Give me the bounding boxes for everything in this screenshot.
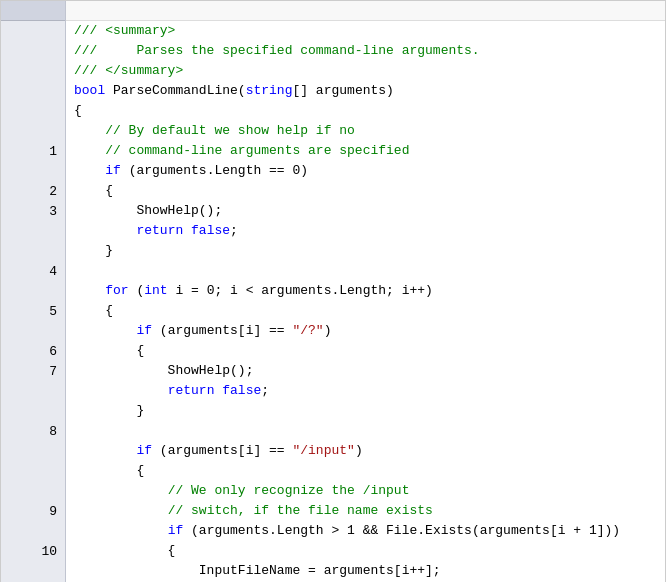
line-number-row <box>1 241 65 261</box>
line-number-row <box>1 221 65 241</box>
code-header <box>66 1 665 21</box>
line-number-row <box>1 401 65 421</box>
line-number-row: 10 <box>1 541 65 561</box>
line-number-row: 5 <box>1 301 65 321</box>
code-line: if (arguments[i] == "/?") <box>66 321 665 341</box>
line-number-row <box>1 481 65 501</box>
line-number-row <box>1 101 65 121</box>
line-number-row <box>1 21 65 41</box>
line-number: 1 <box>49 144 57 159</box>
line-number-row: 7 <box>1 361 65 381</box>
code-line: { <box>66 461 665 481</box>
line-number: 7 <box>49 364 57 379</box>
code-line: // command-line arguments are specified <box>66 141 665 161</box>
gutter-header <box>1 1 65 21</box>
code-line: bool ParseCommandLine(string[] arguments… <box>66 81 665 101</box>
code-line: if (arguments[i] == "/input") <box>66 441 665 461</box>
code-line <box>66 261 665 281</box>
line-number-row <box>1 461 65 481</box>
code-line: return false; <box>66 381 665 401</box>
line-number-row <box>1 321 65 341</box>
line-number-row: 9 <box>1 501 65 521</box>
line-number-row <box>1 41 65 61</box>
code-line: InputFileName = arguments[i++]; <box>66 561 665 581</box>
line-number: 8 <box>49 424 57 439</box>
code-line: ShowHelp(); <box>66 201 665 221</box>
code-line: { <box>66 541 665 561</box>
line-number: 3 <box>49 204 57 219</box>
line-number: 10 <box>41 544 57 559</box>
code-line: } <box>66 241 665 261</box>
line-number-row <box>1 381 65 401</box>
code-line: /// Parses the specified command-line ar… <box>66 41 665 61</box>
line-number-row: 8 <box>1 421 65 441</box>
code-line: ShowHelp(); <box>66 361 665 381</box>
line-number: 9 <box>49 504 57 519</box>
line-number-row <box>1 121 65 141</box>
code-line: // We only recognize the /input <box>66 481 665 501</box>
code-line: // switch, if the file name exists <box>66 501 665 521</box>
code-line: // By default we show help if no <box>66 121 665 141</box>
code-line: { <box>66 341 665 361</box>
code-line: { <box>66 101 665 121</box>
line-number-row: 2 <box>1 181 65 201</box>
line-number-row: 3 <box>1 201 65 221</box>
line-number-row: 4 <box>1 261 65 281</box>
line-number-row <box>1 161 65 181</box>
line-number: 5 <box>49 304 57 319</box>
code-line: if (arguments.Length == 0) <box>66 161 665 181</box>
line-number-row: 6 <box>1 341 65 361</box>
line-number-row <box>1 61 65 81</box>
line-number-row: 1 <box>1 141 65 161</box>
line-number-row <box>1 81 65 101</box>
code-line <box>66 421 665 441</box>
line-number-row <box>1 441 65 461</box>
line-number-row <box>1 521 65 541</box>
code-line: { <box>66 301 665 321</box>
code-line: { <box>66 181 665 201</box>
code-area[interactable]: /// <summary>/// Parses the specified co… <box>66 1 665 582</box>
gutter-lines-container: 1234567891011 <box>1 21 65 582</box>
code-lines-container: /// <summary>/// Parses the specified co… <box>66 21 665 582</box>
code-line: /// <summary> <box>66 21 665 41</box>
line-number-row <box>1 281 65 301</box>
code-line: if (arguments.Length > 1 && File.Exists(… <box>66 521 665 541</box>
editor-container: 1234567891011 /// <summary>/// Parses th… <box>0 0 666 582</box>
line-number-row <box>1 561 65 581</box>
line-number: 6 <box>49 344 57 359</box>
line-number: 4 <box>49 264 57 279</box>
line-number: 2 <box>49 184 57 199</box>
code-line: /// </summary> <box>66 61 665 81</box>
code-line: return false; <box>66 221 665 241</box>
code-line: for (int i = 0; i < arguments.Length; i+… <box>66 281 665 301</box>
code-line: } <box>66 401 665 421</box>
line-gutter: 1234567891011 <box>1 1 66 582</box>
